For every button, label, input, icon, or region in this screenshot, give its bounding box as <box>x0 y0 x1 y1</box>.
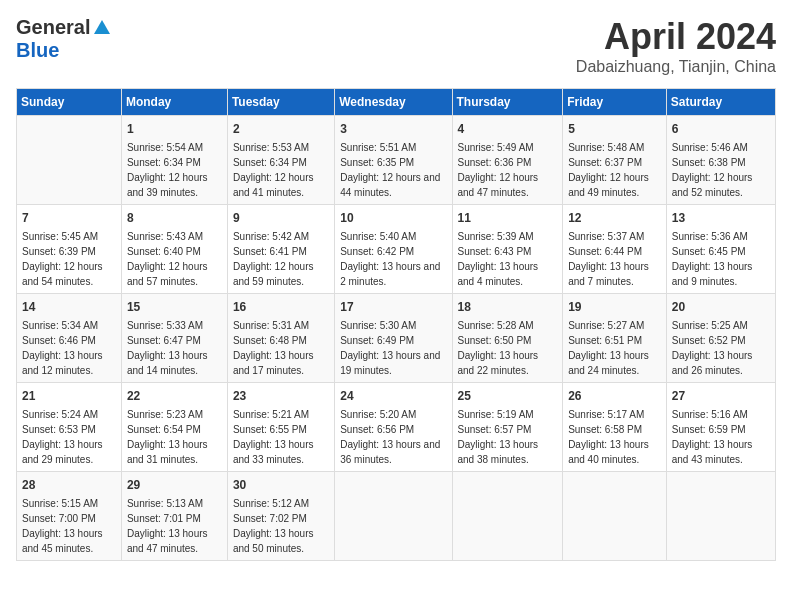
cell-info: Sunrise: 5:13 AMSunset: 7:01 PMDaylight:… <box>127 496 222 556</box>
day-number: 5 <box>568 120 661 138</box>
calendar-cell: 11Sunrise: 5:39 AMSunset: 6:43 PMDayligh… <box>452 205 563 294</box>
calendar-cell: 19Sunrise: 5:27 AMSunset: 6:51 PMDayligh… <box>563 294 667 383</box>
day-number: 1 <box>127 120 222 138</box>
calendar-cell: 25Sunrise: 5:19 AMSunset: 6:57 PMDayligh… <box>452 383 563 472</box>
cell-info: Sunrise: 5:48 AMSunset: 6:37 PMDaylight:… <box>568 140 661 200</box>
logo-triangle-icon <box>92 18 112 38</box>
calendar-cell: 16Sunrise: 5:31 AMSunset: 6:48 PMDayligh… <box>227 294 334 383</box>
day-number: 28 <box>22 476 116 494</box>
cell-info: Sunrise: 5:23 AMSunset: 6:54 PMDaylight:… <box>127 407 222 467</box>
calendar-cell: 18Sunrise: 5:28 AMSunset: 6:50 PMDayligh… <box>452 294 563 383</box>
day-number: 22 <box>127 387 222 405</box>
calendar-cell: 8Sunrise: 5:43 AMSunset: 6:40 PMDaylight… <box>121 205 227 294</box>
week-row-5: 28Sunrise: 5:15 AMSunset: 7:00 PMDayligh… <box>17 472 776 561</box>
calendar-cell: 2Sunrise: 5:53 AMSunset: 6:34 PMDaylight… <box>227 116 334 205</box>
calendar-cell: 23Sunrise: 5:21 AMSunset: 6:55 PMDayligh… <box>227 383 334 472</box>
calendar-cell: 6Sunrise: 5:46 AMSunset: 6:38 PMDaylight… <box>666 116 775 205</box>
cell-info: Sunrise: 5:33 AMSunset: 6:47 PMDaylight:… <box>127 318 222 378</box>
day-number: 27 <box>672 387 770 405</box>
cell-info: Sunrise: 5:53 AMSunset: 6:34 PMDaylight:… <box>233 140 329 200</box>
calendar-cell <box>666 472 775 561</box>
cell-info: Sunrise: 5:31 AMSunset: 6:48 PMDaylight:… <box>233 318 329 378</box>
cell-info: Sunrise: 5:28 AMSunset: 6:50 PMDaylight:… <box>458 318 558 378</box>
cell-info: Sunrise: 5:49 AMSunset: 6:36 PMDaylight:… <box>458 140 558 200</box>
cell-info: Sunrise: 5:16 AMSunset: 6:59 PMDaylight:… <box>672 407 770 467</box>
day-number: 4 <box>458 120 558 138</box>
cell-info: Sunrise: 5:43 AMSunset: 6:40 PMDaylight:… <box>127 229 222 289</box>
calendar-cell: 4Sunrise: 5:49 AMSunset: 6:36 PMDaylight… <box>452 116 563 205</box>
day-number: 3 <box>340 120 446 138</box>
calendar-cell: 10Sunrise: 5:40 AMSunset: 6:42 PMDayligh… <box>335 205 452 294</box>
week-row-1: 1Sunrise: 5:54 AMSunset: 6:34 PMDaylight… <box>17 116 776 205</box>
calendar-location: Dabaizhuang, Tianjin, China <box>576 58 776 76</box>
week-row-4: 21Sunrise: 5:24 AMSunset: 6:53 PMDayligh… <box>17 383 776 472</box>
day-number: 12 <box>568 209 661 227</box>
calendar-cell: 15Sunrise: 5:33 AMSunset: 6:47 PMDayligh… <box>121 294 227 383</box>
day-number: 15 <box>127 298 222 316</box>
day-number: 13 <box>672 209 770 227</box>
calendar-cell: 17Sunrise: 5:30 AMSunset: 6:49 PMDayligh… <box>335 294 452 383</box>
column-header-sunday: Sunday <box>17 89 122 116</box>
cell-info: Sunrise: 5:20 AMSunset: 6:56 PMDaylight:… <box>340 407 446 467</box>
cell-info: Sunrise: 5:54 AMSunset: 6:34 PMDaylight:… <box>127 140 222 200</box>
column-header-tuesday: Tuesday <box>227 89 334 116</box>
calendar-cell <box>335 472 452 561</box>
day-number: 16 <box>233 298 329 316</box>
calendar-cell: 7Sunrise: 5:45 AMSunset: 6:39 PMDaylight… <box>17 205 122 294</box>
day-number: 23 <box>233 387 329 405</box>
cell-info: Sunrise: 5:12 AMSunset: 7:02 PMDaylight:… <box>233 496 329 556</box>
calendar-cell <box>452 472 563 561</box>
calendar-cell: 9Sunrise: 5:42 AMSunset: 6:41 PMDaylight… <box>227 205 334 294</box>
logo: General Blue <box>16 16 112 62</box>
day-number: 18 <box>458 298 558 316</box>
column-header-saturday: Saturday <box>666 89 775 116</box>
day-number: 19 <box>568 298 661 316</box>
cell-info: Sunrise: 5:19 AMSunset: 6:57 PMDaylight:… <box>458 407 558 467</box>
calendar-cell: 26Sunrise: 5:17 AMSunset: 6:58 PMDayligh… <box>563 383 667 472</box>
cell-info: Sunrise: 5:40 AMSunset: 6:42 PMDaylight:… <box>340 229 446 289</box>
calendar-cell: 3Sunrise: 5:51 AMSunset: 6:35 PMDaylight… <box>335 116 452 205</box>
svg-marker-0 <box>94 20 110 34</box>
cell-info: Sunrise: 5:34 AMSunset: 6:46 PMDaylight:… <box>22 318 116 378</box>
cell-info: Sunrise: 5:27 AMSunset: 6:51 PMDaylight:… <box>568 318 661 378</box>
cell-info: Sunrise: 5:24 AMSunset: 6:53 PMDaylight:… <box>22 407 116 467</box>
cell-info: Sunrise: 5:15 AMSunset: 7:00 PMDaylight:… <box>22 496 116 556</box>
calendar-table: SundayMondayTuesdayWednesdayThursdayFrid… <box>16 88 776 561</box>
day-number: 10 <box>340 209 446 227</box>
day-number: 2 <box>233 120 329 138</box>
cell-info: Sunrise: 5:17 AMSunset: 6:58 PMDaylight:… <box>568 407 661 467</box>
column-header-wednesday: Wednesday <box>335 89 452 116</box>
header-row: SundayMondayTuesdayWednesdayThursdayFrid… <box>17 89 776 116</box>
column-header-monday: Monday <box>121 89 227 116</box>
calendar-cell <box>17 116 122 205</box>
logo-blue-text: Blue <box>16 39 59 61</box>
day-number: 7 <box>22 209 116 227</box>
day-number: 8 <box>127 209 222 227</box>
day-number: 30 <box>233 476 329 494</box>
calendar-cell: 1Sunrise: 5:54 AMSunset: 6:34 PMDaylight… <box>121 116 227 205</box>
day-number: 26 <box>568 387 661 405</box>
page-header: General Blue April 2024 Dabaizhuang, Tia… <box>16 16 776 76</box>
calendar-cell: 30Sunrise: 5:12 AMSunset: 7:02 PMDayligh… <box>227 472 334 561</box>
cell-info: Sunrise: 5:42 AMSunset: 6:41 PMDaylight:… <box>233 229 329 289</box>
day-number: 24 <box>340 387 446 405</box>
calendar-cell: 20Sunrise: 5:25 AMSunset: 6:52 PMDayligh… <box>666 294 775 383</box>
cell-info: Sunrise: 5:36 AMSunset: 6:45 PMDaylight:… <box>672 229 770 289</box>
cell-info: Sunrise: 5:51 AMSunset: 6:35 PMDaylight:… <box>340 140 446 200</box>
calendar-cell: 24Sunrise: 5:20 AMSunset: 6:56 PMDayligh… <box>335 383 452 472</box>
calendar-cell: 5Sunrise: 5:48 AMSunset: 6:37 PMDaylight… <box>563 116 667 205</box>
calendar-cell: 14Sunrise: 5:34 AMSunset: 6:46 PMDayligh… <box>17 294 122 383</box>
calendar-cell: 27Sunrise: 5:16 AMSunset: 6:59 PMDayligh… <box>666 383 775 472</box>
calendar-cell: 22Sunrise: 5:23 AMSunset: 6:54 PMDayligh… <box>121 383 227 472</box>
day-number: 9 <box>233 209 329 227</box>
cell-info: Sunrise: 5:30 AMSunset: 6:49 PMDaylight:… <box>340 318 446 378</box>
logo-general-text: General <box>16 16 90 39</box>
calendar-cell <box>563 472 667 561</box>
day-number: 6 <box>672 120 770 138</box>
column-header-thursday: Thursday <box>452 89 563 116</box>
cell-info: Sunrise: 5:37 AMSunset: 6:44 PMDaylight:… <box>568 229 661 289</box>
calendar-title: April 2024 <box>576 16 776 58</box>
day-number: 29 <box>127 476 222 494</box>
calendar-cell: 28Sunrise: 5:15 AMSunset: 7:00 PMDayligh… <box>17 472 122 561</box>
column-header-friday: Friday <box>563 89 667 116</box>
